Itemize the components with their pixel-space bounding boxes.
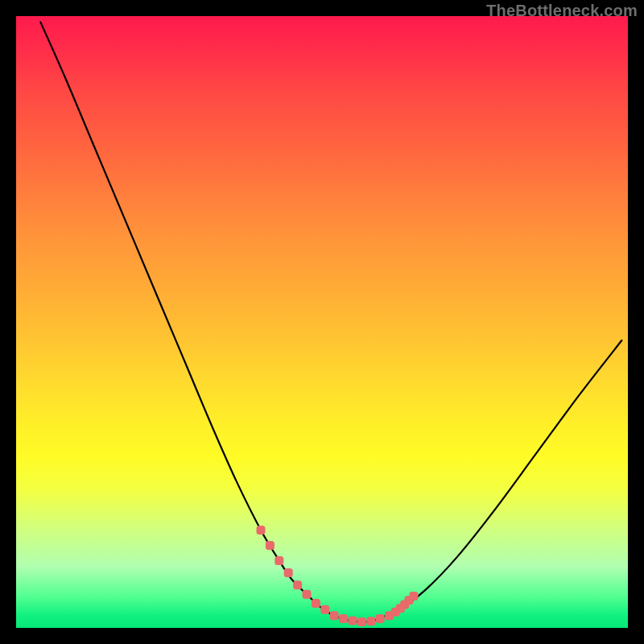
bottleneck-curve [40, 23, 621, 622]
highlight-dot [410, 592, 419, 601]
highlight-dot [366, 617, 375, 625]
highlight-dot [357, 617, 366, 626]
highlight-dot [349, 616, 357, 625]
highlight-dot [339, 614, 348, 623]
highlight-dot [293, 580, 302, 589]
watermark-text: TheBottleneck.com [486, 2, 638, 20]
highlight-dot [257, 526, 266, 535]
highlight-dot [320, 605, 329, 614]
highlight-dots-group [257, 526, 419, 626]
highlight-dot [266, 541, 275, 550]
highlight-dot [284, 568, 293, 577]
highlight-dot [275, 556, 283, 565]
plot-area [16, 16, 628, 628]
chart-svg [16, 16, 628, 628]
highlight-dot [312, 599, 320, 608]
highlight-dot [303, 590, 312, 599]
highlight-dot [330, 611, 339, 620]
chart-frame: TheBottleneck.com [0, 0, 644, 644]
highlight-dot [376, 614, 385, 623]
